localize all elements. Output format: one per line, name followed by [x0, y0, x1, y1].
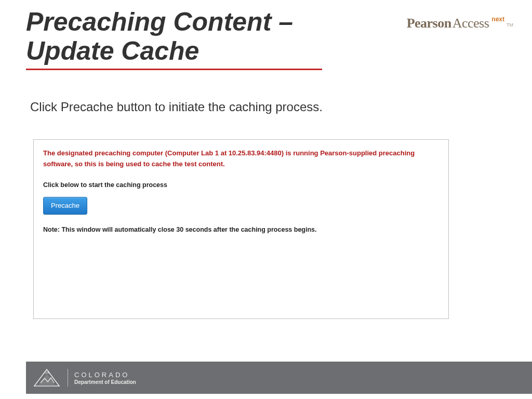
warning-text: The designated precaching computer (Comp…	[43, 148, 439, 170]
footer-state: COLORADO	[74, 371, 136, 379]
slide-title: Precaching Content – Update Cache	[26, 7, 322, 70]
brand-superscript: next	[491, 16, 504, 23]
footer-org: COLORADO Department of Education	[74, 371, 136, 385]
svg-marker-1	[38, 374, 55, 385]
slide: Precaching Content – Update Cache Pearso…	[0, 0, 532, 399]
cde-badge-text: CDE	[44, 371, 50, 374]
screenshot-panel: The designated precaching computer (Comp…	[33, 139, 449, 319]
cde-logo-icon: CDE	[33, 368, 60, 388]
note-text: Note: This window will automatically clo…	[43, 226, 439, 233]
footer-dept: Department of Education	[74, 379, 136, 385]
footer-divider	[68, 369, 68, 387]
footer-bar: CDE COLORADO Department of Education	[26, 362, 532, 394]
brand-part2: Access	[453, 16, 489, 31]
instruction-text: Click Precache button to initiate the ca…	[30, 100, 323, 114]
brand-trademark: TM	[507, 22, 513, 28]
precache-button[interactable]: Precache	[43, 197, 87, 215]
subheading-text: Click below to start the caching process	[43, 181, 439, 189]
brand-logo: Pearson Access next TM	[407, 16, 513, 31]
brand-part1: Pearson	[407, 16, 451, 31]
